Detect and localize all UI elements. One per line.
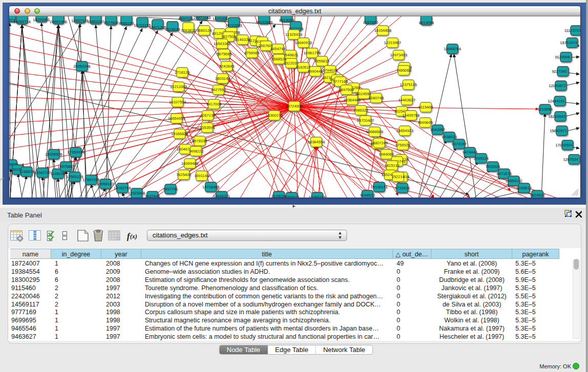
svg-text:9699695: 9699695 [418,120,432,125]
svg-text:15723081: 15723081 [212,16,229,21]
svg-text:12093872: 12093872 [549,83,565,88]
svg-text:8471676: 8471676 [496,171,511,176]
svg-text:7515536: 7515536 [165,27,180,32]
svg-text:10975867: 10975867 [57,164,74,169]
svg-text:14463627: 14463627 [398,98,415,102]
svg-text:12375115: 12375115 [400,82,417,87]
svg-text:6966160: 6966160 [119,21,134,26]
svg-text:10654112: 10654112 [506,179,522,183]
svg-text:11123703: 11123703 [564,28,580,33]
svg-text:9245612: 9245612 [516,186,531,190]
svg-text:9474444: 9474444 [462,150,477,155]
svg-text:16154808: 16154808 [374,28,391,33]
svg-text:20206536: 20206536 [45,152,62,157]
svg-text:10046321: 10046321 [213,194,230,198]
svg-text:15716485: 15716485 [202,185,219,189]
svg-text:16543382: 16543382 [213,41,230,46]
svg-text:16782759: 16782759 [114,186,130,190]
svg-text:252214: 252214 [391,174,404,179]
svg-text:10293746: 10293746 [309,195,325,198]
svg-text:19384554: 19384554 [308,140,324,144]
svg-text:9227342: 9227342 [552,69,567,74]
svg-text:17359924: 17359924 [67,150,84,155]
svg-text:9827509: 9827509 [221,34,236,39]
svg-text:2087682: 2087682 [363,20,378,25]
svg-text:9034512: 9034512 [360,193,375,198]
svg-text:10719155: 10719155 [134,23,150,28]
svg-text:18293301: 18293301 [33,17,50,22]
svg-text:10961758: 10961758 [303,51,320,55]
svg-text:11325419: 11325419 [286,32,302,37]
svg-text:9129906: 9129906 [555,55,570,59]
svg-text:1156829: 1156829 [19,169,34,174]
svg-text:9756928: 9756928 [395,143,410,147]
svg-text:16210643: 16210643 [548,114,565,119]
svg-text:8813054: 8813054 [419,20,433,25]
svg-text:9457791: 9457791 [163,187,178,191]
svg-text:15136141: 15136141 [371,185,387,189]
svg-text:3215958: 3215958 [537,107,552,112]
svg-text:6794028: 6794028 [322,68,337,73]
svg-text:15300275: 15300275 [266,113,282,118]
svg-text:8756985: 8756985 [244,51,259,55]
svg-text:9937121: 9937121 [178,16,193,21]
svg-text:12213967: 12213967 [384,40,401,45]
svg-text:8454749: 8454749 [270,47,285,51]
svg-text:8264012: 8264012 [284,195,299,198]
svg-text:20871043: 20871043 [193,16,210,20]
svg-text:16033809: 16033809 [255,20,272,25]
svg-text:10688609: 10688609 [366,129,383,134]
svg-text:13495758: 13495758 [402,113,419,118]
svg-text:16099489: 16099489 [181,161,198,166]
svg-text:16640910: 16640910 [295,40,312,45]
svg-text:2803144: 2803144 [215,76,230,81]
svg-text:16654923: 16654923 [396,128,413,133]
svg-text:8938923: 8938923 [442,135,456,139]
svg-text:15751074: 15751074 [560,40,577,45]
svg-text:8146328: 8146328 [235,37,250,42]
svg-text:12923446: 12923446 [128,191,145,195]
svg-text:7663822: 7663822 [181,28,195,33]
svg-text:9115460: 9115460 [419,105,433,110]
svg-text:9242845: 9242845 [219,64,234,69]
svg-text:15720407: 15720407 [357,118,374,123]
svg-text:9824502: 9824502 [530,193,545,198]
svg-text:15692971: 15692971 [550,128,567,133]
svg-text:18807249: 18807249 [371,141,387,145]
svg-text:1588520: 1588520 [271,57,286,61]
svg-text:20053346: 20053346 [73,64,90,69]
svg-text:18724007: 18724007 [286,104,302,108]
svg-text:7485063: 7485063 [396,68,411,73]
svg-text:20691406: 20691406 [50,19,67,24]
svg-text:10853287: 10853287 [87,19,104,24]
svg-text:7632621: 7632621 [485,164,500,169]
svg-text:16648764: 16648764 [444,47,461,51]
svg-text:9660124: 9660124 [197,28,211,33]
svg-text:2935114: 2935114 [474,156,489,161]
svg-text:9777169: 9777169 [333,79,347,84]
svg-text:1353594: 1353594 [200,125,214,130]
svg-text:19166825: 19166825 [171,132,188,136]
svg-text:14055714: 14055714 [13,19,30,24]
svg-text:1815132: 1815132 [384,163,399,168]
svg-text:12937120: 12937120 [71,18,88,23]
svg-text:1080748: 1080748 [368,96,383,100]
svg-text:16654953: 16654953 [168,116,185,121]
svg-text:8427552: 8427552 [211,87,226,92]
svg-text:(x): (x) [130,233,137,240]
svg-text:1145194: 1145194 [51,171,66,176]
svg-text:15722061: 15722061 [225,23,242,28]
svg-text:16671355: 16671355 [149,25,166,30]
svg-text:9084067: 9084067 [379,152,394,157]
svg-text:6379197: 6379197 [451,142,466,146]
svg-text:2718126: 2718126 [175,70,189,75]
svg-text:5875685: 5875685 [216,52,231,56]
svg-text:1733426: 1733426 [395,186,409,190]
svg-text:1691144: 1691144 [194,173,209,178]
svg-text:3267130: 3267130 [200,113,215,118]
svg-text:1527602: 1527602 [103,20,118,25]
svg-text:6897508: 6897508 [339,87,354,92]
svg-text:12505135: 12505135 [66,174,83,179]
svg-text:7955812: 7955812 [314,59,329,63]
svg-text:1640957: 1640957 [430,127,445,132]
